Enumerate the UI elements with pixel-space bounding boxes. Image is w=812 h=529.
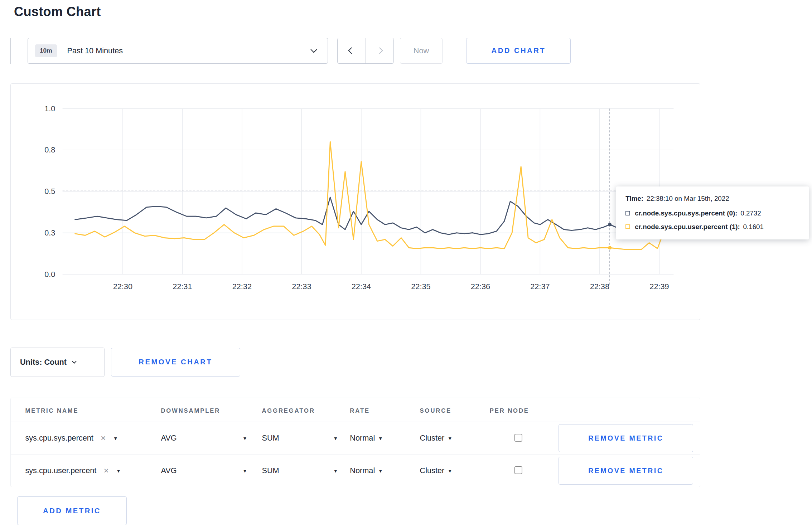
time-range-label: Past 10 Minutes: [67, 46, 123, 55]
svg-text:22:30: 22:30: [113, 282, 132, 291]
svg-text:0.8: 0.8: [44, 145, 55, 154]
per-node-checkbox[interactable]: [514, 434, 523, 442]
svg-text:22:35: 22:35: [411, 282, 430, 291]
svg-text:22:32: 22:32: [232, 282, 252, 291]
chart-tooltip: Time:22:38:10 on Mar 15th, 2022 cr.node.…: [616, 186, 809, 239]
remove-metric-button[interactable]: REMOVE METRIC: [559, 424, 693, 452]
tooltip-series-row: cr.node.sys.cpu.sys.percent (0): 0.2732: [625, 209, 799, 217]
page-title: Custom Chart: [14, 4, 812, 19]
caret-down-icon: ▾: [114, 435, 117, 442]
svg-text:22:33: 22:33: [292, 282, 311, 291]
caret-down-icon: ▾: [243, 467, 246, 474]
chevron-down-icon: [310, 47, 317, 53]
tooltip-time-value: 22:38:10 on Mar 15th, 2022: [647, 195, 729, 202]
caret-down-icon: ▾: [379, 435, 382, 442]
remove-metric-button[interactable]: REMOVE METRIC: [559, 457, 693, 485]
toolbar-divider: [10, 38, 11, 64]
chart-svg[interactable]: 0.00.30.50.81.022:3022:3122:3222:3322:34…: [11, 84, 700, 306]
caret-down-icon: ▾: [243, 435, 246, 442]
svg-text:22:36: 22:36: [471, 282, 490, 291]
source-value: Cluster: [420, 433, 445, 443]
caret-down-icon: ▾: [334, 435, 337, 442]
svg-text:1.0: 1.0: [44, 104, 55, 113]
aggregator-select[interactable]: SUM ▾: [262, 433, 337, 443]
downsampler-select[interactable]: AVG ▾: [161, 466, 246, 475]
svg-text:0.5: 0.5: [44, 187, 55, 196]
metric-row: sys.cpu.user.percent × ▾ AVG ▾ SUM ▾ Nor…: [11, 454, 700, 487]
add-chart-button[interactable]: ADD CHART: [466, 38, 571, 64]
chart-panel: 0.00.30.50.81.022:3022:3122:3222:3322:34…: [10, 83, 700, 320]
svg-text:22:39: 22:39: [649, 282, 669, 291]
tooltip-time-label: Time:: [625, 195, 643, 202]
svg-text:22:37: 22:37: [530, 282, 550, 291]
col-header-aggregator: AGGREGATOR: [262, 407, 350, 414]
tooltip-series-row: cr.node.sys.cpu.user.percent (1): 0.1601: [625, 223, 799, 231]
downsampler-value: AVG: [161, 466, 177, 475]
time-prev-button[interactable]: [338, 38, 366, 63]
metric-name-value: sys.cpu.sys.percent: [25, 433, 93, 443]
rate-value: Normal: [350, 433, 375, 443]
col-header-rate: RATE: [350, 407, 420, 414]
time-step-button-group: [337, 38, 394, 64]
col-header-per-node: PER NODE: [490, 407, 559, 414]
rate-value: Normal: [350, 466, 375, 475]
chevron-left-icon: [348, 48, 354, 54]
time-range-dropdown[interactable]: 10m Past 10 Minutes: [28, 38, 328, 64]
tooltip-series-value: 0.2732: [740, 209, 761, 217]
metric-name-dropdown[interactable]: sys.cpu.user.percent × ▾: [25, 466, 161, 475]
custom-chart-page: Custom Chart 10m Past 10 Minutes Now ADD…: [0, 4, 812, 529]
units-dropdown[interactable]: Units: Count: [10, 348, 105, 377]
downsampler-value: AVG: [161, 433, 177, 443]
tooltip-series-label: cr.node.sys.cpu.user.percent (1):: [635, 223, 740, 231]
source-value: Cluster: [420, 466, 445, 475]
metric-row: sys.cpu.sys.percent × ▾ AVG ▾ SUM ▾ Norm…: [11, 422, 700, 454]
source-select[interactable]: Cluster ▾: [420, 466, 490, 475]
clear-metric-icon[interactable]: ×: [101, 434, 106, 443]
metric-name-dropdown[interactable]: sys.cpu.sys.percent × ▾: [25, 433, 161, 443]
metric-table-header: METRIC NAME DOWNSAMPLER AGGREGATOR RATE …: [11, 398, 700, 422]
caret-down-icon: ▾: [449, 467, 451, 474]
add-metric-button[interactable]: ADD METRIC: [17, 496, 127, 525]
col-header-downsampler: DOWNSAMPLER: [161, 407, 262, 414]
time-range-badge: 10m: [35, 44, 57, 57]
metric-name-value: sys.cpu.user.percent: [25, 466, 96, 475]
chart-controls: Units: Count REMOVE CHART: [10, 348, 812, 377]
rate-select[interactable]: Normal ▾: [350, 433, 420, 443]
tooltip-series-value: 0.1601: [743, 223, 764, 231]
remove-chart-button[interactable]: REMOVE CHART: [111, 348, 241, 377]
col-header-source: SOURCE: [420, 407, 490, 414]
col-header-metric-name: METRIC NAME: [25, 407, 161, 414]
caret-down-icon: ▾: [449, 435, 451, 442]
svg-text:22:38: 22:38: [590, 282, 609, 291]
aggregator-value: SUM: [262, 466, 279, 475]
downsampler-select[interactable]: AVG ▾: [161, 433, 246, 443]
time-next-button[interactable]: [366, 38, 393, 63]
metric-table: METRIC NAME DOWNSAMPLER AGGREGATOR RATE …: [10, 398, 700, 487]
tooltip-time: Time:22:38:10 on Mar 15th, 2022: [625, 195, 799, 203]
svg-text:0.0: 0.0: [44, 270, 55, 278]
chevron-down-icon: [72, 359, 77, 363]
svg-text:22:31: 22:31: [173, 282, 192, 291]
caret-down-icon: ▾: [334, 467, 337, 474]
clear-metric-icon[interactable]: ×: [104, 466, 109, 475]
now-button[interactable]: Now: [400, 38, 443, 64]
caret-down-icon: ▾: [117, 467, 120, 474]
user-series-swatch-icon: [625, 224, 630, 229]
caret-down-icon: ▾: [379, 467, 382, 474]
svg-text:22:34: 22:34: [352, 282, 371, 291]
svg-text:0.3: 0.3: [44, 228, 55, 237]
units-label: Units: Count: [20, 358, 67, 367]
sys-series-swatch-icon: [625, 211, 630, 215]
rate-select[interactable]: Normal ▾: [350, 466, 420, 475]
tooltip-series-label: cr.node.sys.cpu.sys.percent (0):: [635, 209, 737, 217]
chevron-right-icon: [376, 48, 383, 54]
aggregator-select[interactable]: SUM ▾: [262, 466, 337, 475]
per-node-checkbox[interactable]: [514, 466, 523, 475]
source-select[interactable]: Cluster ▾: [420, 433, 490, 443]
aggregator-value: SUM: [262, 433, 279, 443]
toolbar: 10m Past 10 Minutes Now ADD CHART: [10, 38, 812, 64]
